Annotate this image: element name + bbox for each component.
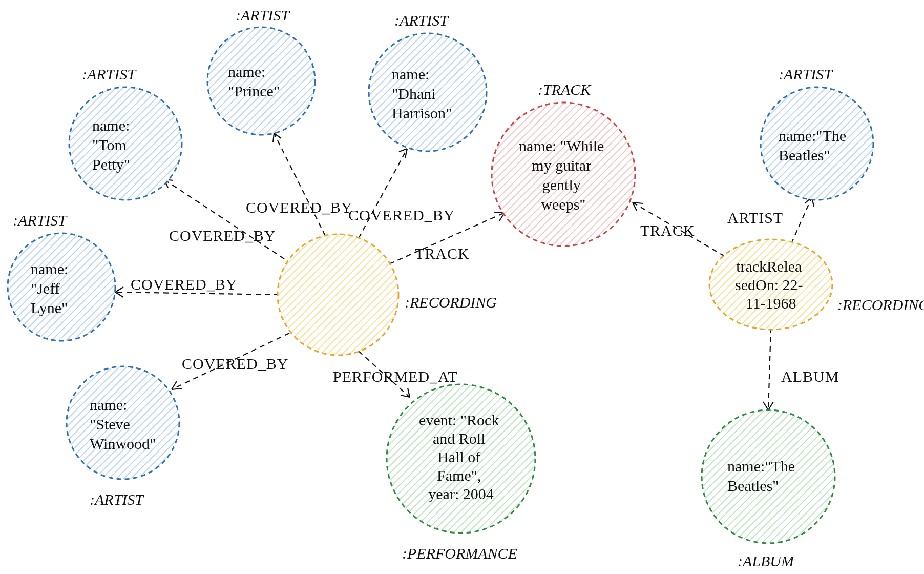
node-performance: :PERFORMANCE event: "Rock and Roll Hall … <box>387 384 535 562</box>
node-artist-steve: :ARTIST name: "Steve Winwood" <box>67 366 179 508</box>
edge-label-covered-dhani: COVERED_BY <box>348 207 455 223</box>
node-recording-right: :RECORDING trackRelea sedOn: 22- 11-1968 <box>709 239 924 330</box>
node-type-label: :ARTIST <box>90 491 144 508</box>
node-type-label: :RECORDING <box>837 296 924 313</box>
edge-label-covered-tom: COVERED_BY <box>169 227 276 244</box>
svg-point-14 <box>492 102 635 246</box>
node-type-label: :TRACK <box>538 81 592 98</box>
edge-label-track-left: TRACK <box>415 245 470 262</box>
edge-covered-by-prince <box>274 133 325 236</box>
edge-label-album: ALBUM <box>781 368 839 385</box>
node-type-label: :ARTIST <box>236 7 290 24</box>
edge-label-track-right: TRACK <box>640 222 695 239</box>
node-artist-jeff: :ARTIST name: "Jeff Lyne" <box>8 212 115 341</box>
node-type-label: :PERFORMANCE <box>402 545 517 562</box>
node-artist-beatles: :ARTIST name:"The Beatles" <box>761 66 873 200</box>
edge-label-artist: ARTIST <box>727 209 783 226</box>
node-props: name: "Tom Petty" <box>92 117 134 173</box>
edge-label-covered-prince: COVERED_BY <box>246 199 352 216</box>
node-album: :ALBUM name:"The Beatles" <box>702 410 835 569</box>
edge-covered-by-dhani <box>359 149 407 238</box>
edge-label-covered-steve: COVERED_BY <box>182 355 288 372</box>
node-type-label: :ARTIST <box>82 66 137 83</box>
node-artist-prince: :ARTIST name: "Prince" <box>207 7 315 135</box>
edge-label-performed: PERFORMED_AT <box>333 368 458 385</box>
svg-point-18 <box>702 410 835 543</box>
svg-point-13 <box>278 234 398 355</box>
node-type-label: :ARTIST <box>779 66 833 83</box>
graph-diagram: COVERED_BY COVERED_BY COVERED_BY COVERED… <box>0 0 924 574</box>
svg-point-9 <box>207 27 315 135</box>
node-artist-tom-petty: :ARTIST name: "Tom Petty" <box>69 66 182 200</box>
node-type-label: :ARTIST <box>394 12 449 29</box>
node-type-label: :RECORDING <box>405 294 497 311</box>
node-type-label: :ALBUM <box>738 552 795 569</box>
node-artist-dhani: :ARTIST name: "Dhani Harrison" <box>369 12 487 151</box>
node-type-label: :ARTIST <box>13 212 68 229</box>
edge-artist <box>791 197 812 243</box>
edge-covered-by-tom <box>164 179 292 264</box>
edge-label-covered-jeff: COVERED_BY <box>131 276 237 293</box>
node-props: trackRelea sedOn: 22- 11-1968 <box>735 258 807 312</box>
edge-album <box>768 328 771 410</box>
node-track: :TRACK name: "While my guitar gently wee… <box>492 81 635 246</box>
